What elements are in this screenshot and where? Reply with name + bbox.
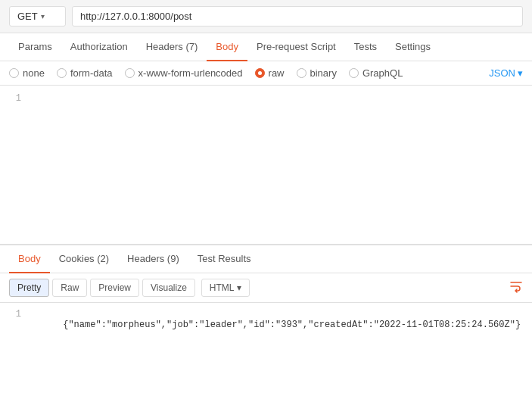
radio-graphql <box>349 68 359 78</box>
radio-form-data <box>57 68 67 78</box>
top-tab-bar: Params Authorization Headers (7) Body Pr… <box>0 33 532 61</box>
method-label: GET <box>17 11 38 22</box>
json-format-label: JSON <box>489 67 515 79</box>
option-form-data-label: form-data <box>70 67 113 79</box>
response-text: {"name":"morpheus","job":"leader","id":"… <box>63 320 521 330</box>
option-form-data[interactable]: form-data <box>57 67 113 79</box>
tab-body[interactable]: Body <box>207 33 247 61</box>
radio-urlencoded <box>125 68 135 78</box>
option-graphql[interactable]: GraphQL <box>349 67 403 79</box>
bottom-tab-bar: Body Cookies (2) Headers (9) Test Result… <box>0 245 532 273</box>
url-bar: GET ▾ <box>0 0 532 33</box>
resp-line-number-1: 1 <box>6 309 21 320</box>
editor-content-area[interactable] <box>27 86 532 244</box>
url-input[interactable] <box>72 6 523 27</box>
tab-tests[interactable]: Tests <box>345 33 386 61</box>
option-urlencoded-label: x-www-form-urlencoded <box>138 67 243 79</box>
tab-authorization[interactable]: Authorization <box>61 33 137 61</box>
tab-headers[interactable]: Headers (7) <box>137 33 207 61</box>
format-btn-pretty[interactable]: Pretty <box>9 279 49 297</box>
method-selector[interactable]: GET ▾ <box>9 6 66 27</box>
body-options-bar: none form-data x-www-form-urlencoded raw… <box>0 61 532 86</box>
format-btn-raw[interactable]: Raw <box>52 279 87 297</box>
option-binary-label: binary <box>310 67 337 79</box>
option-none[interactable]: none <box>9 67 45 79</box>
tab-settings[interactable]: Settings <box>386 33 440 61</box>
method-chevron: ▾ <box>41 12 45 20</box>
option-urlencoded[interactable]: x-www-form-urlencoded <box>125 67 243 79</box>
option-none-label: none <box>23 67 45 79</box>
json-format-chevron: ▾ <box>518 67 523 79</box>
btab-headers[interactable]: Headers (9) <box>118 245 188 273</box>
response-section: Body Cookies (2) Headers (9) Test Result… <box>0 245 532 347</box>
radio-raw <box>255 68 265 78</box>
btab-cookies[interactable]: Cookies (2) <box>50 245 118 273</box>
response-format-selector[interactable]: HTML ▾ <box>201 279 250 297</box>
option-raw-label: raw <box>269 67 285 79</box>
response-content: {"name":"morpheus","job":"leader","id":"… <box>27 303 532 347</box>
editor-line-numbers: 1 <box>0 86 27 244</box>
response-line-numbers: 1 <box>0 303 27 347</box>
tab-pre-request[interactable]: Pre-request Script <box>247 33 345 61</box>
format-btn-visualize[interactable]: Visualize <box>142 279 195 297</box>
option-raw[interactable]: raw <box>255 67 285 79</box>
response-format-label: HTML <box>210 282 235 293</box>
line-number-1: 1 <box>6 93 21 104</box>
option-binary[interactable]: binary <box>297 67 337 79</box>
radio-binary <box>297 68 306 78</box>
option-graphql-label: GraphQL <box>362 67 403 79</box>
format-btn-preview[interactable]: Preview <box>90 279 139 297</box>
response-format-bar: Pretty Raw Preview Visualize HTML ▾ <box>0 273 532 303</box>
json-format-selector[interactable]: JSON ▾ <box>489 67 523 79</box>
tab-params[interactable]: Params <box>9 33 61 61</box>
response-format-chevron: ▾ <box>237 282 241 293</box>
btab-body[interactable]: Body <box>9 245 50 273</box>
radio-none <box>9 68 19 78</box>
wrap-icon[interactable] <box>509 279 523 296</box>
btab-test-results[interactable]: Test Results <box>188 245 260 273</box>
request-editor: 1 <box>0 86 532 245</box>
response-content-area: 1 {"name":"morpheus","job":"leader","id"… <box>0 303 532 347</box>
